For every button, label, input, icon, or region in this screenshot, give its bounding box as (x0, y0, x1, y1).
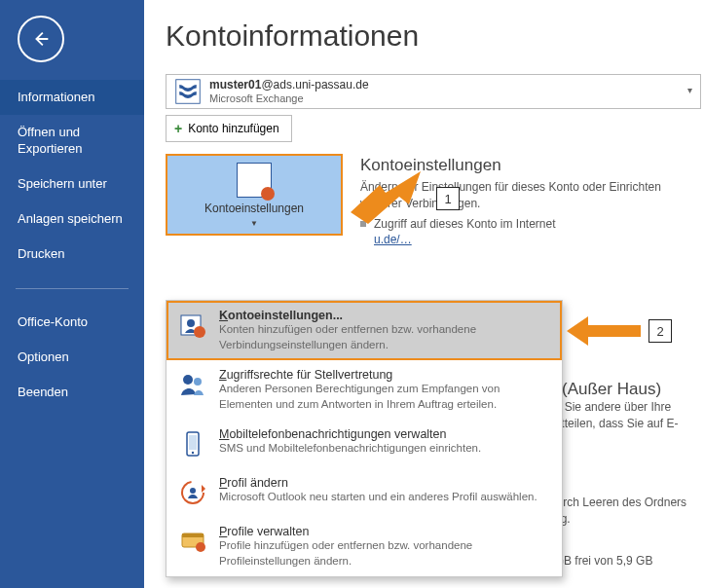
manage-profiles-icon (176, 525, 209, 558)
svg-marker-16 (567, 316, 641, 346)
nav-list: Informationen Öffnen und Exportieren Spe… (0, 80, 144, 410)
svg-rect-7 (189, 435, 197, 450)
nav-save-as[interactable]: Speichern unter (0, 166, 144, 202)
svg-point-14 (196, 542, 205, 552)
annotation-arrow-2 (567, 316, 641, 346)
account-settings-icon (237, 163, 272, 198)
delegate-icon (176, 368, 209, 401)
nav-quit[interactable]: Beenden (0, 375, 144, 410)
account-settings-dropdown: Kontoeinstellungen... Konten hinzufügen … (166, 300, 563, 577)
svg-point-11 (190, 488, 196, 494)
dd-delegate-access[interactable]: Zugriffsrechte für Stellvertretung Ander… (167, 360, 562, 420)
nav-print[interactable]: Drucken (0, 237, 144, 272)
mobile-icon (176, 427, 209, 460)
annotation-arrow-1 (351, 171, 426, 224)
dd-mobile-notifications[interactable]: Mobiltelefonbenachrichtigungen verwalten… (167, 420, 562, 468)
exchange-icon (174, 78, 202, 105)
svg-marker-10 (202, 485, 205, 493)
svg-point-5 (194, 378, 202, 386)
change-profile-icon (176, 476, 209, 509)
svg-point-2 (187, 319, 195, 327)
dd-manage-profiles[interactable]: Profile verwalten Profile hinzufügen ode… (167, 517, 562, 576)
nav-options[interactable]: Optionen (0, 340, 144, 375)
add-account-button[interactable]: + Konto hinzufügen (166, 115, 292, 142)
annotation-number-2: 2 (648, 319, 672, 343)
back-arrow-icon (30, 28, 52, 50)
svg-rect-13 (182, 533, 204, 537)
account-settings-button[interactable]: Kontoeinstellungen ▼ (166, 154, 343, 236)
chevron-down-icon: ▾ (687, 85, 692, 95)
nav-information[interactable]: Informationen (0, 80, 144, 115)
plus-icon: + (174, 121, 182, 136)
back-button[interactable] (18, 16, 64, 62)
nav-save-attachments[interactable]: Anlagen speichern (0, 202, 144, 237)
dropdown-arrow-icon: ▼ (250, 219, 258, 228)
annotation-number-1: 1 (436, 187, 460, 210)
dd-account-settings[interactable]: Kontoeinstellungen... Konten hinzufügen … (167, 301, 562, 360)
account-selector[interactable]: muster01@ads.uni-passau.de Microsoft Exc… (166, 74, 701, 109)
svg-point-3 (194, 326, 205, 338)
svg-marker-15 (351, 171, 421, 224)
backstage-sidebar: Informationen Öffnen und Exportieren Spe… (0, 0, 144, 588)
account-text: muster01@ads.uni-passau.de Microsoft Exc… (209, 78, 369, 105)
svg-point-4 (183, 375, 193, 385)
svg-point-8 (192, 452, 194, 454)
nav-separator (16, 288, 129, 289)
page-title: Kontoinformationen (166, 19, 704, 53)
nav-open-export[interactable]: Öffnen und Exportieren (0, 115, 144, 166)
owa-link[interactable]: u.de/… (374, 233, 412, 246)
nav-office-account[interactable]: Office-Konto (0, 305, 144, 340)
account-settings-item-icon (176, 309, 209, 342)
dd-change-profile[interactable]: Profil ändern Microsoft Outlook neu star… (167, 468, 562, 517)
